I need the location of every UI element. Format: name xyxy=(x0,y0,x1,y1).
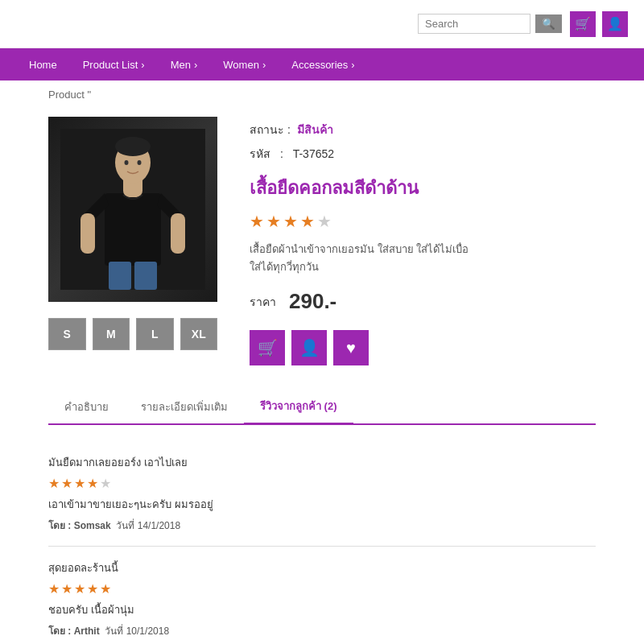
wishlist-button[interactable]: ♥ xyxy=(333,330,369,365)
star-5: ★ xyxy=(317,212,332,231)
r1-star-1: ★ xyxy=(48,476,60,491)
svg-rect-7 xyxy=(80,213,95,254)
review-author-2: โดย : Arthit วันที่ 10/1/2018 xyxy=(48,623,596,638)
review-author-1: โดย : Somsak วันที่ 14/1/2018 xyxy=(48,518,596,533)
nav-home[interactable]: Home xyxy=(16,48,70,80)
code-label: รหัส xyxy=(250,145,270,163)
status-row: สถานะ : มีสินค้า xyxy=(250,121,596,138)
star-4: ★ xyxy=(300,212,315,231)
user-action-button[interactable]: 👤 xyxy=(291,330,327,365)
add-to-cart-button[interactable]: 🛒 xyxy=(250,330,285,365)
tab-reviews[interactable]: รีวิวจากลูกค้า (2) xyxy=(244,390,353,425)
star-2: ★ xyxy=(266,212,281,231)
r2-star-1: ★ xyxy=(48,581,60,597)
review-stars-2: ★ ★ ★ ★ ★ xyxy=(48,581,596,597)
svg-rect-9 xyxy=(109,262,131,290)
svg-rect-1 xyxy=(105,193,161,266)
price-label: ราคา xyxy=(250,293,276,311)
price-value: 290.- xyxy=(289,289,336,314)
r1-star-3: ★ xyxy=(74,476,85,491)
nav-accessories[interactable]: Accessories › xyxy=(279,48,367,80)
cart-icon-button[interactable]: 🛒 xyxy=(570,11,596,37)
size-buttons: S M L XL xyxy=(48,318,217,350)
review-text-2: สุดยอดละร้านนี้ xyxy=(48,559,596,576)
product-area: S M L XL สถานะ : มีสินค้า รหัส : T-37652… xyxy=(0,109,644,390)
review-author-prefix-2: โดย : Arthit xyxy=(48,625,100,637)
review-text-1: มันยืดมากเลยอยอร์ง เอาไปเลย xyxy=(48,454,596,471)
review-item-1: มันยืดมากเลยอยอร์ง เอาไปเลย ★ ★ ★ ★ ★ เอ… xyxy=(48,441,596,547)
product-image xyxy=(48,117,217,302)
size-xl[interactable]: XL xyxy=(180,318,218,350)
nav-product-list[interactable]: Product List › xyxy=(70,48,158,80)
status-value: มีสินค้า xyxy=(297,121,333,138)
product-title: เสื้อยืดคอกลมสีดำด้าน xyxy=(250,174,596,202)
svg-point-12 xyxy=(138,160,142,165)
price-row: ราคา 290.- xyxy=(250,289,596,314)
nav-women[interactable]: Women › xyxy=(210,48,279,80)
tabs-area: คำอธิบาย รายละเอียดเพิ่มเติม รีวิวจากลูก… xyxy=(0,390,644,425)
product-description: เสื้อยืดผ้านำเข้าจากเยอรมัน ใส่สบาย ใส่ไ… xyxy=(250,241,596,276)
search-input[interactable] xyxy=(418,14,530,34)
breadcrumb-text: Product " xyxy=(48,89,91,101)
code-value: T-37652 xyxy=(293,147,334,160)
product-left: S M L XL xyxy=(48,117,217,365)
header-icons: 🛒 👤 xyxy=(570,11,628,37)
star-3: ★ xyxy=(283,212,298,231)
product-stars: ★ ★ ★ ★ ★ xyxy=(250,212,596,231)
review-stars-1: ★ ★ ★ ★ ★ xyxy=(48,476,596,491)
r1-star-5: ★ xyxy=(100,476,111,491)
code-separator: : xyxy=(277,147,287,160)
r2-star-4: ★ xyxy=(87,581,98,597)
review-item-2: สุดยอดละร้านนี้ ★ ★ ★ ★ ★ ชอบครับ เนื้อผ… xyxy=(48,547,596,644)
r2-star-5: ★ xyxy=(100,581,111,597)
search-area: 🔍 xyxy=(418,14,562,34)
size-s[interactable]: S xyxy=(48,318,86,350)
code-row: รหัส : T-37652 xyxy=(250,145,596,163)
review-additional-text-1: เอาเข้ามาขายเยอะๆนะครับ ผมรออยู่ xyxy=(48,496,596,513)
star-1: ★ xyxy=(250,212,264,231)
svg-point-11 xyxy=(125,160,129,165)
r1-star-4: ★ xyxy=(87,476,98,491)
size-l[interactable]: L xyxy=(136,318,174,350)
size-m[interactable]: M xyxy=(93,318,130,350)
action-buttons: 🛒 👤 ♥ xyxy=(250,330,596,365)
r2-star-2: ★ xyxy=(61,581,72,597)
r1-star-2: ★ xyxy=(61,476,72,491)
nav: Home Product List › Men › Women › Access… xyxy=(0,48,644,80)
tab-details[interactable]: รายละเอียดเพิ่มเติม xyxy=(125,390,244,423)
svg-point-4 xyxy=(115,137,151,156)
search-button[interactable]: 🔍 xyxy=(535,14,562,33)
review-additional-text-2: ชอบครับ เนื้อผ้านุ่ม xyxy=(48,601,596,618)
svg-rect-10 xyxy=(134,262,157,290)
r2-star-3: ★ xyxy=(74,581,85,597)
nav-men[interactable]: Men › xyxy=(158,48,211,80)
review-author-prefix-1: โดย : Somsak xyxy=(48,520,111,531)
user-icon-button[interactable]: 👤 xyxy=(602,11,628,37)
breadcrumb: Product " xyxy=(0,80,644,109)
tab-description[interactable]: คำอธิบาย xyxy=(48,390,125,423)
svg-rect-8 xyxy=(171,213,185,254)
status-label: สถานะ : xyxy=(250,121,291,138)
reviews-area: มันยืดมากเลยอยอร์ง เอาไปเลย ★ ★ ★ ★ ★ เอ… xyxy=(0,425,644,644)
product-right: สถานะ : มีสินค้า รหัส : T-37652 เสื้อยืด… xyxy=(250,117,596,365)
header: 🔍 🛒 👤 xyxy=(0,0,644,48)
tabs: คำอธิบาย รายละเอียดเพิ่มเติม รีวิวจากลูก… xyxy=(48,390,596,425)
